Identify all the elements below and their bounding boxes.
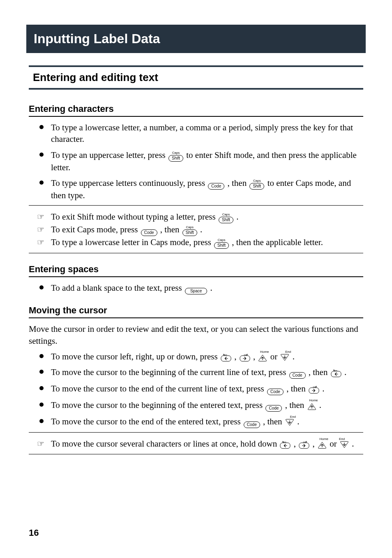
space-key-icon: Space	[185, 288, 207, 294]
code-key-icon: Code	[289, 372, 306, 379]
text: To move the cursor to the beginning of t…	[51, 400, 265, 410]
arrow-up-key-icon: Home	[307, 402, 316, 410]
end-label: End	[285, 350, 291, 354]
code-key-icon: Code	[141, 229, 157, 236]
text: To type a lowercase letter in Caps mode,…	[51, 237, 213, 247]
text: To add a blank space to the text, press	[51, 283, 184, 293]
note-item: To type a lowercase letter in Caps mode,…	[48, 237, 363, 249]
shift-key-icon: Shift	[249, 183, 264, 190]
note-block-entering-characters: To exit Shift mode without typing a lett…	[29, 205, 363, 253]
text: To exit Caps mode, press	[51, 225, 140, 234]
text: To exit Shift mode without typing a lett…	[51, 212, 218, 222]
list-item: To type a lowercase letter, a number, a …	[48, 122, 363, 145]
code-key-icon: Code	[265, 405, 282, 412]
shift-key-icon: Shift	[214, 242, 229, 249]
end-label: End	[339, 437, 345, 441]
code-key-icon: Code	[267, 389, 284, 395]
end-label: End	[290, 415, 296, 419]
text: .	[344, 367, 346, 377]
chapter-heading: Inputting Label Data	[26, 25, 366, 53]
text: .	[200, 225, 202, 234]
text: .	[322, 384, 324, 394]
home-label: Home	[320, 437, 328, 441]
text: ,	[312, 439, 317, 449]
text: .	[352, 439, 354, 449]
shift-key-icon: Shift	[168, 155, 183, 162]
section-heading: Entering and editing text	[29, 65, 363, 90]
text: ,	[253, 352, 258, 361]
text: , then	[227, 178, 249, 188]
text: .	[297, 417, 299, 426]
text: To move the cursor several characters or…	[51, 439, 279, 449]
arrow-left-key-icon	[331, 369, 341, 377]
text: or	[270, 352, 280, 361]
note-list: To move the cursor several characters or…	[29, 438, 363, 449]
bullet-list-entering-characters: To type a lowercase letter, a number, a …	[29, 122, 363, 201]
home-label: Home	[309, 398, 318, 403]
list-item: To move the cursor to the end of the ent…	[48, 416, 363, 428]
list-item: To add a blank space to the text, press …	[48, 282, 363, 294]
list-item: To move the cursor left, right, up or do…	[48, 351, 363, 362]
arrow-right-key-icon	[309, 386, 319, 394]
shift-key-icon: Shift	[219, 217, 233, 223]
text: , then	[286, 384, 308, 394]
text: or	[330, 439, 339, 449]
list-item: To move the cursor to the beginning of t…	[48, 399, 363, 412]
text: ,	[294, 439, 298, 449]
shift-key-icon: Shift	[182, 229, 197, 236]
text: To type a lowercase letter, a number, a …	[51, 123, 353, 144]
list-item: To type an uppercase letter, press Shift…	[48, 149, 363, 173]
arrow-right-key-icon	[299, 441, 309, 449]
arrow-up-key-icon: Home	[258, 354, 267, 362]
note-item: To exit Shift mode without typing a lett…	[48, 211, 363, 223]
arrow-right-key-icon	[240, 354, 250, 362]
text: To type an uppercase letter, press	[51, 150, 168, 160]
text: , then	[160, 225, 182, 234]
page: Inputting Label Data Entering and editin…	[0, 0, 392, 558]
text: , then	[285, 400, 307, 410]
arrow-down-key-icon: End	[340, 441, 349, 449]
arrow-down-key-icon: End	[285, 419, 294, 427]
text: .	[319, 400, 321, 410]
text: To move the cursor to the beginning of t…	[51, 367, 288, 377]
bullet-list-moving-cursor: To move the cursor left, right, up or do…	[29, 351, 363, 428]
subsection-heading-moving-cursor: Moving the cursor	[29, 305, 363, 318]
note-block-moving-cursor: To move the cursor several characters or…	[29, 432, 363, 454]
subsection-heading-entering-characters: Entering characters	[29, 104, 363, 117]
arrow-left-key-icon	[280, 441, 291, 449]
arrow-down-key-icon: End	[280, 354, 289, 362]
text: , then the applicable letter.	[232, 237, 323, 247]
text: To type uppercase letters continuously, …	[51, 178, 207, 188]
page-number: 16	[29, 528, 39, 538]
note-item: To move the cursor several characters or…	[48, 438, 363, 449]
home-label: Home	[260, 350, 269, 354]
text: .	[293, 352, 295, 361]
text: To move the cursor to the end of the cur…	[51, 384, 266, 394]
text: To move the cursor left, right, up or do…	[51, 352, 220, 361]
list-item: To move the cursor to the beginning of t…	[48, 366, 363, 379]
list-item: To type uppercase letters continuously, …	[48, 177, 363, 201]
text: To move the cursor to the end of the ent…	[51, 417, 243, 426]
text: , then	[263, 417, 284, 426]
arrow-up-key-icon: Home	[318, 441, 327, 449]
note-list: To exit Shift mode without typing a lett…	[29, 211, 363, 249]
arrow-left-key-icon	[221, 354, 231, 362]
text: , then	[309, 367, 330, 377]
code-key-icon: Code	[208, 183, 224, 190]
text: .	[236, 212, 238, 222]
text: ,	[234, 352, 239, 361]
text: .	[210, 283, 212, 293]
code-key-icon: Code	[244, 421, 260, 428]
subsection-heading-entering-spaces: Entering spaces	[29, 264, 363, 277]
list-item: To move the cursor to the end of the cur…	[48, 383, 363, 395]
intro-text: Move the cursor in order to review and e…	[29, 323, 363, 347]
note-item: To exit Caps mode, press Code , then Shi…	[48, 224, 363, 236]
bullet-list-entering-spaces: To add a blank space to the text, press …	[29, 282, 363, 294]
